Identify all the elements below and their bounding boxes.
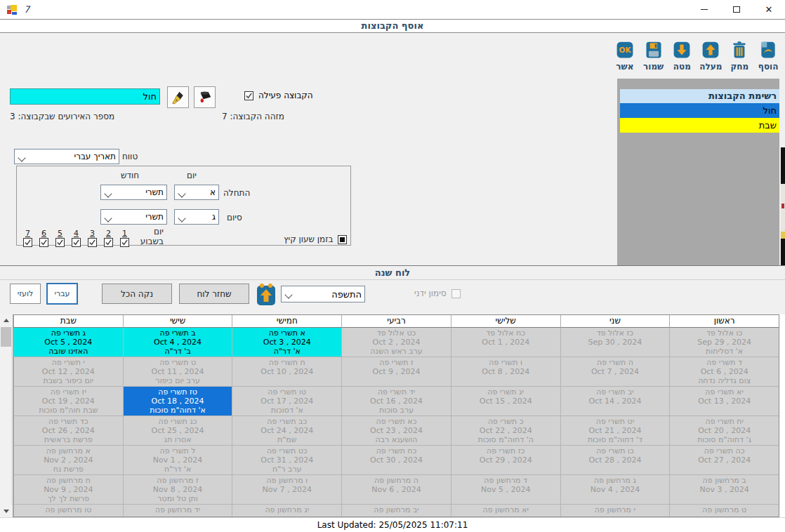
hebrew-date: יב תשרי פה [561, 387, 670, 397]
calendar-day-cell[interactable]: כא תשרי פהOct 23 , 2024הושענא רבה [341, 416, 451, 446]
weekday-checkbox-5[interactable]: 5 [55, 230, 65, 247]
toolbar-button-up[interactable]: מעלה [699, 40, 722, 72]
calendar-day-cell[interactable]: ב תשרי פהOct 4 , 2024ב' דר"ה [123, 328, 232, 357]
calendar-day-cell[interactable]: יז תשרי פהOct 19 , 2024שבת חוה"מ סוכות [13, 387, 123, 416]
calendar-day-cell[interactable]: טו מרחשון פה [13, 505, 123, 517]
calendar-day-cell[interactable]: יג תשרי פהOct 15 , 2024 [451, 387, 560, 416]
toolbar-button-add[interactable]: הוסף [757, 40, 779, 72]
calendar-day-cell[interactable]: כח תשרי פהOct 30 , 2024 [341, 446, 451, 475]
calendar-day-cell[interactable]: ח מרחשון פהNov 9 , 2024פרשת לך לך [13, 475, 123, 505]
dst-checkbox[interactable]: בזמן שעון קיץ [284, 234, 347, 244]
active-group-checkbox[interactable]: הקבוצה פעילה [244, 91, 313, 100]
calendar-day-cell[interactable]: יח תשרי פהOct 20 , 2024ג' דחוה"מ סוכות [669, 416, 779, 446]
gregorian-date: Oct 4 , 2024 [124, 338, 232, 347]
end-month-select[interactable]: תשרי [100, 209, 167, 225]
toolbar-button-down[interactable]: מטה [671, 40, 694, 72]
start-month-select[interactable]: תשרי [100, 185, 167, 200]
calendar-day-cell[interactable]: י תשרי פהOct 12 , 2024יום כיפור בשבת [13, 357, 123, 387]
weekday-checkbox-1[interactable]: 1 [120, 230, 129, 247]
calendar-day-cell[interactable]: יט תשרי פהOct 21 , 2024ד' דחוה"מ סוכות [560, 416, 670, 446]
calendar-day-cell[interactable]: א מרחשון פהNov 2 , 2024פרשת נח [13, 446, 123, 475]
title-bar: 7 ✕ [0, 0, 785, 19]
calendar-day-cell[interactable]: כ תשרי פהOct 22 , 2024ה' דחוה"מ סוכות [451, 416, 560, 446]
scrollbar-up-button[interactable] [0, 314, 12, 326]
calendar-day-cell[interactable]: כט אלול פדOct 2 , 2024ערב ראש השנה [341, 328, 451, 357]
calendar-day-cell[interactable]: יא תשרי פהOct 13 , 2024 [669, 387, 779, 416]
calendar-day-cell[interactable]: ח תשרי פהOct 10 , 2024 [232, 357, 341, 387]
day-column-header: יום [187, 171, 197, 180]
day-note: א' דסוכות [232, 406, 341, 415]
calendar-day-cell[interactable]: ל תשרי פהNov 1 , 2024א' דר"ח [123, 446, 232, 475]
calendar-day-cell[interactable]: ז מרחשון פהNov 8 , 2024ותן טל ומטר [123, 475, 232, 505]
calendar-day-cell[interactable]: יא מרחשון פה [451, 505, 560, 517]
calendar-day-cell[interactable]: א תשרי פהOct 3 , 2024א' דר"ה [232, 328, 341, 357]
weekday-checkbox-3[interactable]: 3 [88, 230, 97, 247]
weekday-number-label: 2 [106, 230, 111, 237]
fill-color-button[interactable] [194, 86, 216, 108]
gregorian-date: Oct 23 , 2024 [342, 426, 451, 435]
calendar-day-cell[interactable]: ה מרחשון פהNov 6 , 2024 [341, 475, 451, 505]
calendar-day-cell[interactable]: יד מרחשון פה [123, 505, 232, 517]
hebrew-date: כד תשרי פה [14, 417, 123, 426]
calendar-day-cell[interactable]: ה תשרי פהOct 7 , 2024 [560, 357, 670, 387]
clear-all-button[interactable]: נקה הכל [102, 284, 172, 304]
calendar-day-cell[interactable]: כו אלול פדSep 29 , 2024א' דסליחות [669, 328, 779, 357]
manual-mark-checkbox[interactable]: סימון ידני [414, 288, 461, 298]
start-day-select[interactable]: א [174, 185, 219, 200]
calendar-day-cell[interactable]: כז תשרי פהOct 29 , 2024 [451, 446, 560, 475]
end-day-select[interactable]: ג [174, 209, 219, 225]
calendar-day-cell[interactable]: ד מרחשון פהNov 5 , 2024 [451, 475, 560, 505]
minimize-button[interactable] [688, 0, 720, 19]
calendar-day-cell[interactable]: כז אלול פדSep 30 , 2024 [560, 328, 670, 357]
gregorian-date: Oct 1 , 2024 [451, 338, 560, 347]
calendar-day-cell[interactable]: י מרחשון פה [560, 505, 670, 517]
calendar-day-cell[interactable]: כו תשרי פהOct 28 , 2024 [560, 446, 670, 475]
calendar-day-cell[interactable]: יב תשרי פהOct 14 , 2024 [560, 387, 670, 416]
calendar-day-cell[interactable]: כג תשרי פהOct 25 , 2024אסרו חג [123, 416, 232, 446]
range-select[interactable]: תאריך עברי [14, 149, 119, 164]
calendar-day-cell[interactable]: כח אלול פדOct 1 , 2024 [451, 328, 560, 357]
calendar-day-cell[interactable]: ג מרחשון פהNov 4 , 2024 [560, 475, 670, 505]
calendar-day-cell[interactable]: ד תשרי פהOct 6 , 2024צום גדליה נדחה [669, 357, 779, 387]
calendar-day-cell[interactable]: כד תשרי פהOct 26 , 2024פרשת בראשית [13, 416, 123, 446]
calendar-day-cell[interactable]: טז תשרי פהOct 18 , 2024א' דחוה"מ סוכות [123, 387, 232, 416]
calendar-day-cell[interactable]: ז תשרי פהOct 9 , 2024 [341, 357, 451, 387]
weekday-checkbox-2[interactable]: 2 [104, 230, 113, 247]
calendar-day-cell[interactable]: ג תשרי פהOct 5 , 2024האזינו שובה [13, 328, 123, 357]
gregorian-date: Sep 29 , 2024 [670, 338, 779, 347]
calendar-day-cell[interactable]: ו תשרי פהOct 8 , 2024 [451, 357, 560, 387]
calendar-day-cell[interactable]: יב מרחשון פה [341, 505, 451, 517]
close-button[interactable]: ✕ [753, 0, 785, 19]
calendar-day-cell[interactable]: יג מרחשון פה [232, 505, 341, 517]
calendar-day-cell[interactable]: ב מרחשון פהNov 3 , 2024 [669, 475, 779, 505]
gregorian-view-button[interactable]: לועזי [10, 284, 41, 304]
page-title: אוסף הקבוצות [0, 19, 785, 33]
maximize-button[interactable] [720, 0, 753, 19]
weekday-checkbox-7[interactable]: 7 [23, 230, 32, 247]
hebrew-view-button[interactable]: עברי [46, 283, 78, 305]
group-list-item[interactable]: חול [620, 103, 779, 118]
scrollbar-down-button[interactable] [0, 505, 12, 517]
calendar-day-cell[interactable]: טו תשרי פהOct 17 , 2024א' דסוכות [232, 387, 341, 416]
calendar-day-cell[interactable]: ט תשרי פהOct 11 , 2024ערב יום כיפור [123, 357, 232, 387]
calendar-day-cell[interactable]: ט מרחשון פה [669, 505, 779, 517]
toolbar-button-delete[interactable]: מחק [728, 40, 751, 72]
toolbar-button-save[interactable]: שמור [642, 40, 665, 72]
group-list-item[interactable]: שבת [620, 118, 779, 133]
toolbar-button-confirm[interactable]: OKאשר [614, 40, 636, 72]
weekday-checkbox-6[interactable]: 6 [39, 230, 48, 247]
calendar-day-cell[interactable]: ו מרחשון פהNov 7 , 2024 [232, 475, 341, 505]
toolbar-button-label: מטה [673, 62, 691, 72]
font-button[interactable] [167, 86, 189, 108]
load-year-button[interactable] [254, 281, 278, 308]
calendar-day-cell[interactable]: כט תשרי פהOct 31 , 2024ערב ר"ח [232, 446, 341, 475]
group-name-input[interactable] [10, 88, 160, 105]
weekday-checkbox-4[interactable]: 4 [72, 230, 81, 247]
calendar-day-cell[interactable]: כה תשרי פהOct 27 , 2024 [669, 446, 779, 475]
calendar-day-cell[interactable]: כב תשרי פהOct 24 , 2024שמ"ת [232, 416, 341, 446]
day-note: א' דר"ח [124, 465, 232, 474]
hebrew-year-select[interactable]: התשפה [281, 286, 365, 302]
scrollbar-thumb[interactable] [1, 327, 11, 347]
restore-calendar-button[interactable]: שחזר לוח [179, 284, 249, 304]
calendar-day-cell[interactable]: יד תשרי פהOct 16 , 2024ערב סוכות [341, 387, 451, 416]
